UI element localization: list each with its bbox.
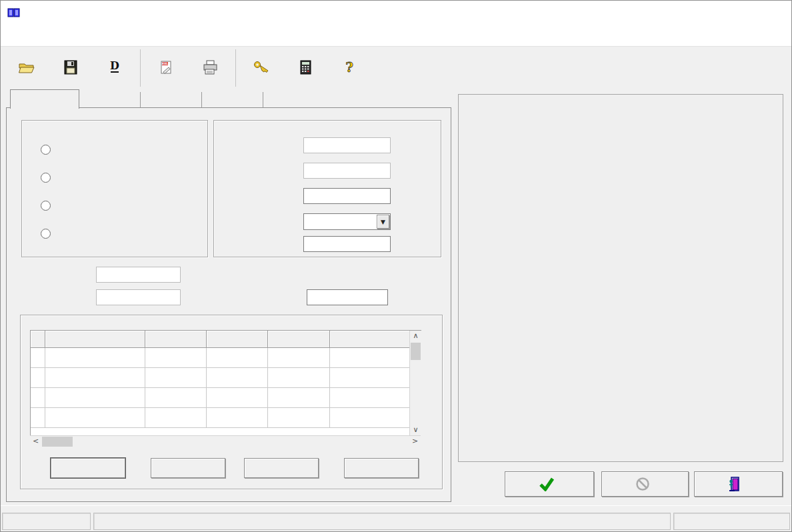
harmonic-step-input[interactable] — [307, 289, 388, 305]
test-items-panel: ▼ — [6, 107, 451, 502]
id-current-input[interactable] — [303, 137, 391, 153]
close-button[interactable] — [751, 1, 781, 25]
table-header-row — [31, 331, 421, 348]
scrollbar-thumb[interactable] — [42, 437, 73, 447]
table-row[interactable] — [31, 348, 421, 368]
delete-selected-button[interactable] — [244, 458, 319, 478]
scroll-down-icon[interactable]: ∨ — [410, 425, 421, 436]
row-check-cell[interactable] — [31, 368, 45, 388]
add-sequence-button[interactable] — [51, 458, 125, 478]
tab-test-items[interactable] — [10, 89, 79, 109]
test-point-setup-group: ▼ — [213, 120, 441, 257]
col-fundamental-current[interactable] — [207, 331, 268, 348]
exit-door-icon — [729, 476, 743, 492]
row-check-cell[interactable] — [31, 348, 45, 368]
col-harmonic-current[interactable] — [145, 331, 207, 348]
table-horizontal-scrollbar[interactable]: < > — [30, 435, 421, 447]
exit-button[interactable] — [694, 471, 783, 497]
title-bar — [1, 1, 791, 25]
save-floppy-icon — [63, 59, 79, 75]
table-row[interactable] — [31, 388, 421, 408]
radio-ratio-point-test[interactable] — [41, 173, 51, 183]
status-panel — [673, 513, 790, 530]
save-params-button[interactable] — [49, 49, 93, 87]
row-check-cell[interactable] — [31, 408, 45, 428]
ir-current-input[interactable] — [303, 163, 391, 179]
add-point-button[interactable] — [151, 458, 225, 478]
col-test-item[interactable] — [45, 331, 145, 348]
tab-test-params[interactable] — [203, 92, 263, 108]
tab-test-device[interactable] — [81, 92, 141, 108]
relay-characteristic-chart-panel — [458, 94, 783, 462]
save-report-button[interactable]: EXL — [144, 49, 188, 87]
table-row[interactable] — [31, 408, 421, 428]
app-window: D EXL — [0, 0, 792, 532]
connection-status — [2, 513, 91, 530]
stop-test-button[interactable] — [601, 471, 689, 497]
calculator-button[interactable] — [283, 49, 327, 87]
radio-harmonic-point-test[interactable] — [41, 229, 51, 239]
tab-switch-inputs[interactable] — [142, 92, 202, 108]
view-report-button[interactable] — [188, 49, 232, 87]
svg-text:?: ? — [345, 59, 353, 75]
svg-text:D: D — [110, 59, 119, 72]
scroll-left-icon[interactable]: < — [30, 436, 41, 447]
harmonic-phase-input[interactable] — [303, 236, 391, 252]
delete-all-button[interactable] — [344, 458, 419, 478]
chevron-down-icon[interactable]: ▼ — [377, 215, 389, 229]
default-params-button[interactable]: D — [93, 49, 137, 87]
minimize-button[interactable] — [657, 1, 688, 25]
toolbar-separator — [235, 49, 236, 87]
table-vertical-scrollbar[interactable]: ∧ ∨ — [409, 331, 421, 436]
radio-ratio-boundary-search[interactable] — [41, 145, 51, 155]
table-row[interactable] — [31, 368, 421, 388]
row-check-cell[interactable] — [31, 388, 45, 408]
relay-characteristic-chart — [459, 108, 783, 461]
view-report-printer-icon — [201, 59, 219, 75]
status-bar — [1, 509, 791, 532]
virtual-keyboard-button[interactable] — [239, 49, 283, 87]
calculator-icon — [297, 59, 313, 75]
col-harmonic-coef[interactable] — [330, 331, 410, 348]
id-step-input[interactable] — [96, 267, 181, 283]
virtual-keyboard-key-icon — [253, 59, 270, 75]
status-panel — [93, 513, 671, 530]
test-points-group: ∧ ∨ < > — [20, 315, 443, 489]
save-report-icon: EXL — [158, 59, 174, 75]
default-params-icon: D — [107, 59, 123, 75]
scroll-up-icon[interactable]: ∧ — [410, 331, 421, 342]
stop-icon — [635, 477, 650, 491]
open-folder-icon — [18, 59, 35, 75]
col-action-value[interactable] — [268, 331, 330, 348]
resolution-input[interactable] — [96, 289, 181, 305]
scroll-right-icon[interactable]: > — [409, 436, 421, 447]
radio-harmonic-boundary-search[interactable] — [41, 201, 51, 211]
svg-text:EXL: EXL — [162, 62, 168, 65]
menu-bar — [1, 25, 791, 46]
test-item-select-group — [21, 120, 208, 257]
open-params-button[interactable] — [5, 49, 49, 87]
harmonic-order-select[interactable]: ▼ — [303, 213, 391, 230]
toolbar: D EXL — [1, 46, 791, 89]
test-points-table: ∧ ∨ — [30, 330, 421, 436]
col-check[interactable] — [31, 331, 45, 348]
help-question-icon: ? — [341, 59, 357, 75]
harmonic-ratio-input[interactable] — [303, 188, 391, 204]
maximize-button[interactable] — [704, 1, 735, 25]
app-icon — [7, 7, 21, 19]
help-button[interactable]: ? — [327, 49, 371, 87]
check-icon — [539, 477, 555, 491]
scrollbar-thumb[interactable] — [411, 343, 421, 360]
start-test-button[interactable] — [505, 471, 594, 497]
toolbar-separator — [140, 49, 141, 87]
